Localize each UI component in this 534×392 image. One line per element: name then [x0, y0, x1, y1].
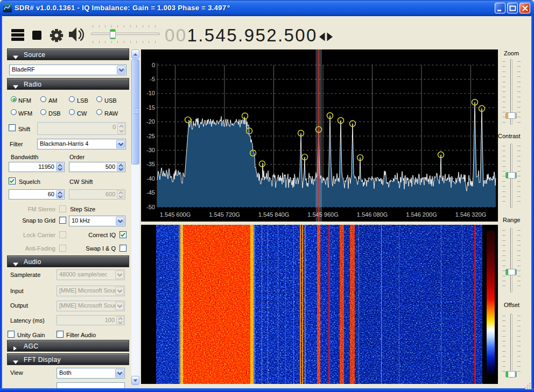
svg-text:-40: -40: [146, 175, 155, 182]
svg-text:1.546 200G: 1.546 200G: [406, 211, 437, 218]
svg-text:-10: -10: [146, 90, 155, 96]
svg-text:-5: -5: [150, 76, 155, 82]
svg-text:-25: -25: [146, 133, 155, 139]
svg-text:1.545 840G: 1.545 840G: [258, 211, 290, 218]
svg-text:-15: -15: [146, 104, 155, 111]
svg-text:1.545 960G: 1.545 960G: [307, 211, 339, 218]
svg-text:1.546 080G: 1.546 080G: [357, 211, 388, 218]
svg-text:0: 0: [152, 62, 155, 68]
svg-text:1.545 600G: 1.545 600G: [160, 211, 191, 218]
svg-text:-45: -45: [146, 189, 155, 196]
svg-text:-30: -30: [146, 147, 155, 153]
svg-text:1.546 320G: 1.546 320G: [455, 211, 487, 218]
svg-text:-35: -35: [146, 161, 155, 167]
svg-text:-50: -50: [146, 204, 155, 210]
svg-text:-20: -20: [146, 118, 155, 125]
svg-text:1.545 720G: 1.545 720G: [209, 211, 240, 218]
